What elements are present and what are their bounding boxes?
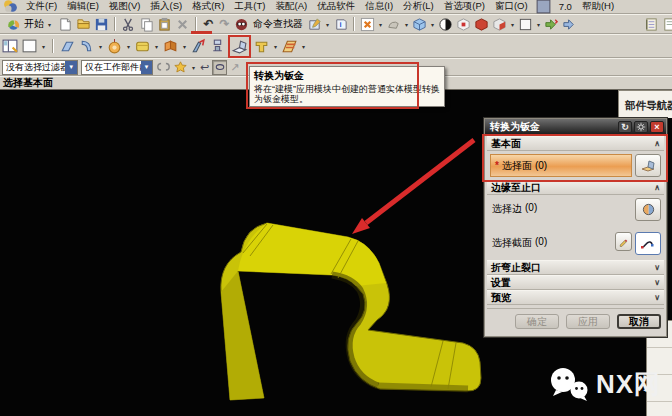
- bend-dropdown-arrow[interactable]: ▾: [181, 43, 188, 50]
- select-face-field[interactable]: * 选择面 (0): [490, 154, 632, 177]
- unbend-button[interactable]: [190, 38, 207, 55]
- redo-button[interactable]: ↷: [217, 17, 232, 31]
- menu-edit[interactable]: 编辑(E): [64, 0, 102, 13]
- selection-scope-dropdown[interactable]: ▼: [141, 61, 152, 74]
- menu-help[interactable]: 帮助(H): [579, 0, 617, 13]
- layout-button[interactable]: [2, 38, 19, 55]
- menu-window[interactable]: 窗口(O): [492, 0, 531, 13]
- copy-button[interactable]: [138, 16, 155, 33]
- window-next-button[interactable]: [561, 16, 578, 33]
- snap-point-icon[interactable]: [156, 60, 170, 74]
- selection-scope-combo[interactable]: 仅在工作部件内 ▼: [81, 60, 153, 75]
- sketch-section-icon-button[interactable]: [615, 232, 632, 251]
- section-edge-rip[interactable]: 边缘至止口 ∧: [487, 180, 664, 195]
- ok-button[interactable]: 确定: [515, 314, 559, 329]
- view-dropdown-arrow[interactable]: ▾: [429, 21, 436, 28]
- render-style-button[interactable]: [437, 16, 454, 33]
- section-dropdown-arrow[interactable]: ▾: [509, 21, 516, 28]
- isometric-view-button[interactable]: [411, 16, 428, 33]
- section-view-wire-button[interactable]: [455, 16, 472, 33]
- collapse-icon[interactable]: ∧: [654, 183, 660, 192]
- tab-part-navigator[interactable]: 部件导航器: [618, 90, 672, 118]
- open-file-button[interactable]: [75, 16, 92, 33]
- point-constructor-icon[interactable]: [173, 60, 187, 74]
- sketch-dropdown-arrow[interactable]: ▾: [324, 21, 331, 28]
- selection-filter-combo[interactable]: 没有选择过滤器 ▼: [2, 60, 78, 75]
- tab-feature-button[interactable]: [59, 38, 76, 55]
- flat-pattern-dropdown-arrow[interactable]: ▾: [300, 43, 307, 50]
- empty-view-button[interactable]: [517, 16, 534, 33]
- section-preview[interactable]: 预览 ∨: [487, 290, 664, 305]
- bead-button[interactable]: [134, 38, 151, 55]
- start-button[interactable]: 开始 ▾: [2, 15, 56, 34]
- sketch-sheet-button[interactable]: [306, 16, 323, 33]
- select-edge-icon-button[interactable]: [635, 198, 661, 221]
- shell-dropdown-arrow[interactable]: ▾: [403, 21, 410, 28]
- menu-file[interactable]: 文件(F): [23, 0, 60, 13]
- sketch-pane-dropdown-arrow[interactable]: ▾: [40, 43, 47, 50]
- sketch-pane-button[interactable]: [21, 38, 38, 55]
- menu-assembly[interactable]: 装配(A): [273, 0, 311, 13]
- menu-plugin[interactable]: 优品软件: [314, 0, 358, 13]
- graphics-window[interactable]: 部件导航器 转换为钣金 ↻ × 基本面 ∧ * 选择面: [0, 90, 672, 416]
- menu-insert[interactable]: 插入(S): [147, 0, 185, 13]
- menu-analysis[interactable]: 分析(L): [400, 0, 437, 13]
- window-cascade-button[interactable]: [543, 16, 560, 33]
- selection-filter-dropdown[interactable]: ▼: [65, 61, 77, 74]
- dialog-reset-icon[interactable]: ↻: [618, 121, 632, 133]
- menu-info[interactable]: 信息(I): [362, 0, 396, 13]
- expand-icon[interactable]: ∨: [654, 278, 660, 287]
- contour-flange-button[interactable]: [78, 38, 95, 55]
- cut-button[interactable]: [120, 16, 137, 33]
- section-base-face[interactable]: 基本面 ∧: [487, 136, 664, 151]
- start-dropdown-arrow[interactable]: ▾: [46, 21, 53, 28]
- cancel-button[interactable]: 取消: [617, 314, 661, 329]
- fit-view-button[interactable]: ↗: [230, 61, 239, 74]
- dimple-button[interactable]: [106, 38, 123, 55]
- flat-solid-dropdown-arrow[interactable]: ▾: [272, 43, 279, 50]
- section-settings[interactable]: 设置 ∨: [487, 275, 664, 290]
- point-dropdown-arrow[interactable]: ▾: [190, 64, 197, 71]
- menu-version[interactable]: 7.0: [556, 1, 575, 12]
- command-finder-label[interactable]: 命令查找器: [251, 17, 305, 31]
- flat-solid-button[interactable]: [253, 38, 270, 55]
- curve-section-icon-button[interactable]: [635, 232, 661, 255]
- journal-button[interactable]: [643, 16, 660, 33]
- save-button[interactable]: [93, 16, 110, 33]
- expand-icon[interactable]: ∨: [654, 263, 660, 272]
- undo-button[interactable]: ↶: [201, 17, 216, 31]
- select-face-icon-button[interactable]: [635, 154, 661, 177]
- joggle-button[interactable]: [209, 38, 226, 55]
- command-finder-icon[interactable]: [233, 16, 250, 33]
- convert-to-sheet-metal-button[interactable]: [231, 38, 248, 55]
- empty-view-dropdown-arrow[interactable]: ▾: [535, 21, 542, 28]
- new-file-button[interactable]: [57, 16, 74, 33]
- section-bend-relief[interactable]: 折弯止裂口 ∨: [487, 260, 664, 275]
- paste-button[interactable]: [156, 16, 173, 33]
- info-sheet-button[interactable]: i: [332, 16, 349, 33]
- apply-button[interactable]: 应用: [566, 314, 610, 329]
- back-arrow-button[interactable]: ↩: [200, 61, 209, 74]
- journal-edit-button[interactable]: [661, 16, 672, 33]
- bend-button[interactable]: [162, 38, 179, 55]
- contour-flange-dropdown-arrow[interactable]: ▾: [97, 43, 104, 50]
- show-hide-toggle-button[interactable]: [212, 60, 227, 75]
- menu-format[interactable]: 格式(R): [189, 0, 227, 13]
- menu-view[interactable]: 视图(V): [106, 0, 144, 13]
- close-dropdown-arrow[interactable]: ▾: [377, 21, 384, 28]
- bead-dropdown-arrow[interactable]: ▾: [153, 43, 160, 50]
- collapse-icon[interactable]: ∧: [654, 139, 660, 148]
- dialog-close-icon[interactable]: ×: [650, 121, 664, 133]
- shell-button[interactable]: [385, 16, 402, 33]
- expand-icon[interactable]: ∨: [654, 293, 660, 302]
- section-view-half-button[interactable]: [491, 16, 508, 33]
- flat-pattern-button[interactable]: [281, 38, 298, 55]
- close-part-button[interactable]: [359, 16, 376, 33]
- dialog-gear-icon[interactable]: [634, 121, 648, 133]
- dialog-title-bar[interactable]: 转换为钣金 ↻ ×: [485, 119, 666, 134]
- menu-preferences[interactable]: 首选项(P): [441, 0, 488, 13]
- delete-button[interactable]: [174, 16, 191, 33]
- menu-tools[interactable]: 工具(T): [231, 0, 268, 13]
- dimple-dropdown-arrow[interactable]: ▾: [125, 43, 132, 50]
- section-view-solid-button[interactable]: [473, 16, 490, 33]
